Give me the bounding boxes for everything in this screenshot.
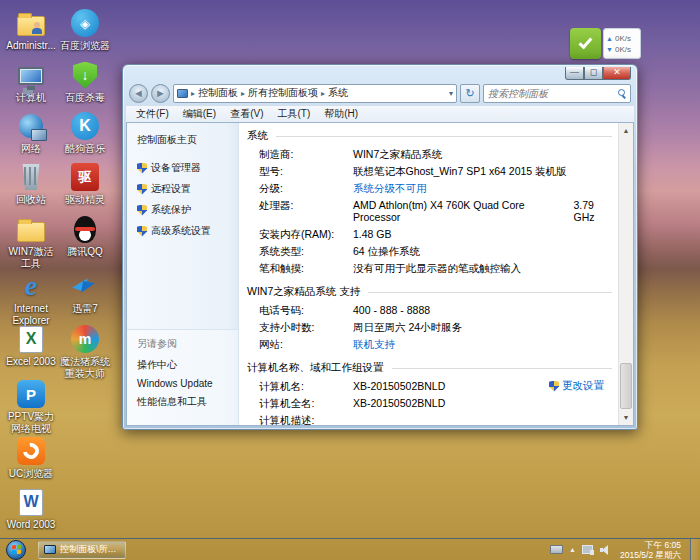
refresh-button[interactable]: ↻ — [460, 84, 480, 103]
processor-speed: 3.79 GHz — [574, 199, 613, 223]
computer-name-value: XB-20150502BNLD — [353, 380, 445, 392]
desktop-icon-network[interactable]: 网络 — [5, 111, 57, 155]
clock-time: 下午 6:05 — [620, 540, 681, 550]
forward-button[interactable]: ► — [151, 84, 170, 103]
excel-icon: X — [16, 324, 46, 354]
close-button[interactable]: ✕ — [603, 67, 631, 80]
sidebar-advanced-settings[interactable]: 高级系统设置 — [137, 224, 238, 238]
menu-tools[interactable]: 工具(T) — [277, 107, 310, 121]
green-shield-icon: ↓ — [70, 60, 100, 90]
sidebar-item-label: 远程设置 — [151, 182, 191, 196]
uac-shield-icon — [137, 163, 147, 174]
uac-shield-icon — [549, 381, 559, 392]
sidebar-system-protection[interactable]: 系统保护 — [137, 203, 238, 217]
search-box[interactable] — [483, 84, 631, 103]
row-label: 网站: — [259, 338, 353, 350]
icon-label: UC浏览器 — [5, 468, 57, 480]
desktop-icon-excel-2003[interactable]: X Excel 2003 — [5, 324, 57, 368]
desktop-icon-computer[interactable]: 计算机 — [5, 60, 57, 104]
change-settings-link[interactable]: 更改设置 — [549, 379, 604, 393]
vertical-scrollbar[interactable]: ▲ ▼ — [618, 123, 633, 425]
online-support-link[interactable]: 联机支持 — [353, 338, 395, 350]
desktop-icon-recycle-bin[interactable]: 回收站 — [5, 162, 57, 206]
sidebar-action-center[interactable]: 操作中心 — [137, 358, 238, 372]
row-label: 支持小时数: — [259, 321, 353, 333]
menu-help[interactable]: 帮助(H) — [324, 107, 358, 121]
pptv-p-icon: P — [16, 379, 46, 409]
desktop-icon-word-2003[interactable]: W Word 2003 — [5, 487, 57, 531]
desktop-icon-tencent-qq[interactable]: 腾讯QQ — [59, 214, 111, 258]
taskbar-button-control-panel[interactable]: 控制面板\所有控... — [38, 541, 126, 559]
desktop-icon-baidu-antivirus[interactable]: ↓ 百度杀毒 — [59, 60, 111, 104]
show-desktop-button[interactable] — [690, 539, 698, 560]
volume-icon[interactable] — [600, 545, 611, 555]
desktop-icon-thunder7[interactable]: 迅雷7 — [59, 271, 111, 315]
back-button[interactable]: ◄ — [129, 84, 148, 103]
row-value: XB-20150502BNLD — [353, 397, 445, 409]
sidebar: 控制面板主页 设备管理器 远程设置 系统保护 高级系统设置 另请参阅 操作中心 … — [127, 123, 239, 425]
menu-edit[interactable]: 编辑(E) — [183, 107, 216, 121]
breadcrumb-system[interactable]: 系统 — [328, 86, 348, 100]
clock-date: 2015/5/2 星期六 — [620, 550, 681, 560]
scroll-up-icon[interactable]: ▲ — [619, 123, 633, 138]
section-header: 计算机名称、域和工作组设置 — [247, 361, 384, 375]
row-value: 联想笔记本Ghost_Win7 SP1 x64 2015 装机版 — [353, 165, 567, 177]
window-body: 控制面板主页 设备管理器 远程设置 系统保护 高级系统设置 另请参阅 操作中心 … — [126, 122, 634, 426]
icon-label: 腾讯QQ — [59, 246, 111, 258]
security-check-icon[interactable] — [570, 28, 601, 59]
minimize-button[interactable]: — — [565, 67, 584, 80]
control-panel-icon — [177, 89, 188, 98]
menu-view[interactable]: 查看(V) — [230, 107, 263, 121]
ie-icon: e — [16, 271, 46, 301]
show-hidden-icons-button[interactable]: ▲ — [569, 546, 576, 553]
change-settings-label: 更改设置 — [562, 379, 604, 393]
scrollbar-thumb[interactable] — [620, 363, 632, 409]
chevron-icon: ▸ — [191, 89, 195, 98]
network-globe-icon — [16, 111, 46, 141]
row-value: 周日至周六 24小时服务 — [353, 321, 462, 333]
window-titlebar[interactable]: — ◻ ✕ — [123, 65, 637, 81]
breadcrumb-control-panel[interactable]: 控制面板 — [198, 86, 238, 100]
thunder-bird-icon — [70, 271, 100, 301]
desktop-icon-pptv[interactable]: P PPTV聚力 网络电视 — [5, 379, 57, 435]
network-tray-icon[interactable] — [582, 545, 594, 555]
taskbar: 控制面板\所有控... ▲ 下午 6:05 2015/5/2 星期六 — [0, 538, 700, 560]
sidebar-home-link[interactable]: 控制面板主页 — [137, 133, 238, 147]
desktop-icon-internet-explorer[interactable]: e Internet Explorer — [5, 271, 57, 327]
desktop-icon-administrator[interactable]: Administr... — [5, 8, 57, 52]
row-label: 计算机描述: — [259, 414, 353, 425]
row-value: 没有可用于此显示器的笔或触控输入 — [353, 262, 521, 274]
download-arrow-icon: ▼ — [606, 44, 613, 55]
sidebar-device-manager[interactable]: 设备管理器 — [137, 161, 238, 175]
upload-arrow-icon: ▲ — [606, 33, 613, 44]
search-input[interactable] — [488, 88, 618, 99]
desktop-icon-uc-browser[interactable]: UC浏览器 — [5, 436, 57, 480]
sidebar-performance-tools[interactable]: 性能信息和工具 — [137, 395, 238, 409]
sidebar-remote-settings[interactable]: 远程设置 — [137, 182, 238, 196]
breadcrumb-all-items[interactable]: 所有控制面板项 — [248, 86, 318, 100]
icon-label: 驱动精灵 — [59, 194, 111, 206]
row-label: 计算机全名: — [259, 397, 353, 409]
net-speed-widget[interactable]: ▲0K/s ▼0K/s — [570, 28, 641, 59]
desktop-icon-win7-activator[interactable]: WIN7激活工具 — [5, 214, 57, 270]
icon-label: 魔法猪系统重装大师 — [59, 356, 111, 380]
tray-clock[interactable]: 下午 6:05 2015/5/2 星期六 — [617, 540, 684, 560]
desktop-icon-baidu-browser[interactable]: ◈ 百度浏览器 — [59, 8, 111, 52]
menu-file[interactable]: 文件(F) — [136, 107, 169, 121]
breadcrumb[interactable]: ▸ 控制面板 ▸ 所有控制面板项 ▸ 系统 ▾ — [173, 84, 457, 103]
navigation-bar: ◄ ► ▸ 控制面板 ▸ 所有控制面板项 ▸ 系统 ▾ ↻ — [123, 81, 637, 105]
ime-icon[interactable] — [550, 545, 563, 554]
rating-unavailable-link[interactable]: 系统分级不可用 — [353, 182, 427, 194]
desktop-icon-driver-genius[interactable]: 驱 驱动精灵 — [59, 162, 111, 206]
folder-icon — [16, 214, 46, 244]
system-tray: ▲ 下午 6:05 2015/5/2 星期六 — [550, 539, 700, 560]
maximize-button[interactable]: ◻ — [584, 67, 603, 80]
row-value: 1.48 GB — [353, 228, 392, 240]
start-button[interactable] — [6, 540, 26, 560]
desktop-icon-kugou-music[interactable]: K 酷狗音乐 — [59, 111, 111, 155]
scroll-down-icon[interactable]: ▼ — [619, 410, 633, 425]
desktop-icon-mofazhu[interactable]: m 魔法猪系统重装大师 — [59, 324, 111, 380]
icon-label: 计算机 — [5, 92, 57, 104]
breadcrumb-dropdown-icon[interactable]: ▾ — [449, 89, 453, 98]
sidebar-windows-update[interactable]: Windows Update — [137, 378, 238, 389]
